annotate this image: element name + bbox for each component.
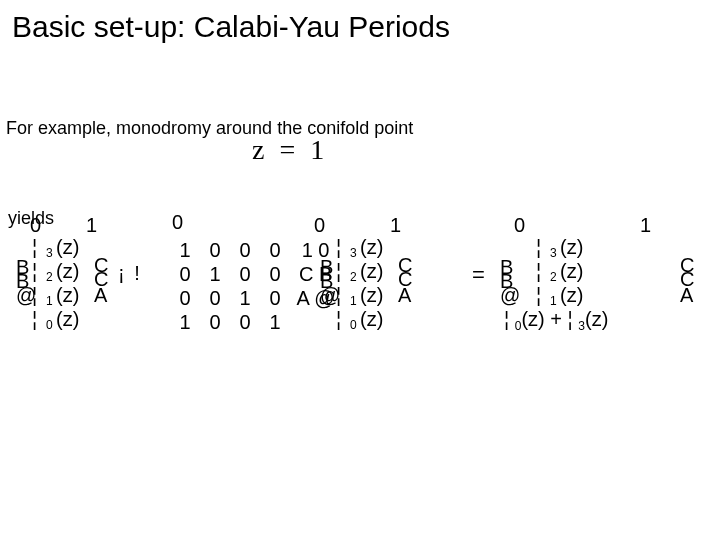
r3z: (z) <box>360 284 383 307</box>
rr1z: (z) <box>560 236 583 259</box>
rr3p: ¦ <box>536 284 541 307</box>
row1-sub: 3 <box>46 246 53 260</box>
rr3s: 1 <box>550 294 557 308</box>
r2s: 2 <box>350 270 357 284</box>
vec-head-1: 1 <box>640 214 651 237</box>
r4p: ¦ <box>336 308 341 331</box>
row2-z: (z) <box>56 260 79 283</box>
period-vector-result: 0 1 B B @ C C A ¦ 3 (z) ¦ 2 (z) ¦ 1 (z) … <box>500 210 700 360</box>
monodromy-matrix: 0 1000 1 0 0100 C B 0010 A @ 1001 <box>170 210 336 334</box>
period-vector-mid: 0 1 B B @ C C A ¦ 3 (z) ¦ 2 (z) ¦ 1 (z) … <box>320 210 465 360</box>
r3p: ¦ <box>336 284 341 307</box>
r2p: ¦ <box>336 260 341 283</box>
r1z: (z) <box>360 236 383 259</box>
result-row-4: ¦ 0(z) + ¦ 3(z) <box>504 308 608 333</box>
rr2p: ¦ <box>536 260 541 283</box>
vec-head-1: 1 <box>86 214 97 237</box>
row2-sub: 2 <box>46 270 53 284</box>
r4z: (z) <box>360 308 383 331</box>
bracket-A: A <box>680 284 693 307</box>
bracket-at: @ <box>500 284 520 307</box>
r4s: 0 <box>350 318 357 332</box>
vec-head-0: 0 <box>514 214 525 237</box>
matrix-head: 0 <box>172 210 336 234</box>
matrix-row-3: 0010 A @ <box>170 286 336 310</box>
z-equals-1: z = 1 <box>252 134 328 166</box>
slide-title: Basic set-up: Calabi-Yau Periods <box>12 10 450 44</box>
row3-pipe: ¦ <box>32 284 37 307</box>
intro-line: For example, monodromy around the conifo… <box>6 118 413 139</box>
equals-sign: = <box>472 262 485 288</box>
vec-head-0: 0 <box>30 214 41 237</box>
rr1s: 3 <box>550 246 557 260</box>
r2z: (z) <box>360 260 383 283</box>
row3-z: (z) <box>56 284 79 307</box>
rr1p: ¦ <box>536 236 541 259</box>
row1-z: (z) <box>56 236 79 259</box>
r1s: 3 <box>350 246 357 260</box>
row4-z: (z) <box>56 308 79 331</box>
row1-pipe: ¦ <box>32 236 37 259</box>
matrix-row-2: 0100 C B <box>170 262 336 286</box>
period-vector-left: 0 1 B B @ C C A ¦ 3 (z) ¦ 2 (z) ¦ 1 (z) … <box>16 210 161 360</box>
row2-pipe: ¦ <box>32 260 37 283</box>
vec-head-1: 1 <box>390 214 401 237</box>
row4-pipe: ¦ <box>32 308 37 331</box>
row4-sub: 0 <box>46 318 53 332</box>
r3s: 1 <box>350 294 357 308</box>
row3-sub: 1 <box>46 294 53 308</box>
matrix-row-4: 1001 <box>170 310 336 334</box>
matrix-row-1: 1000 1 0 <box>170 238 336 262</box>
bracket-A: A <box>94 284 107 307</box>
rr3z: (z) <box>560 284 583 307</box>
r1p: ¦ <box>336 236 341 259</box>
vec-head-0: 0 <box>314 214 325 237</box>
rr2s: 2 <box>550 270 557 284</box>
rr2z: (z) <box>560 260 583 283</box>
bracket-A: A <box>398 284 411 307</box>
